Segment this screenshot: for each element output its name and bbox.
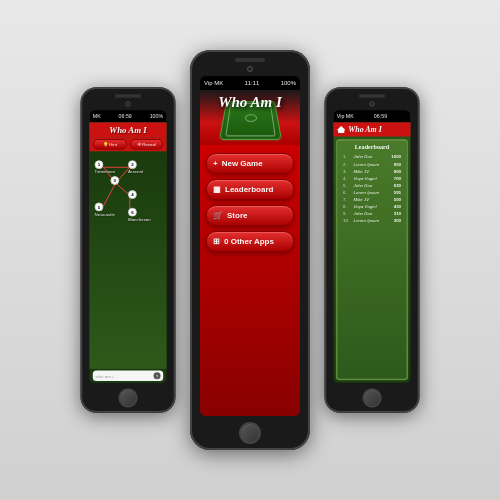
- status-bar-center: Vip MK 11:11 100%: [200, 76, 300, 90]
- status-battery-center: 100%: [281, 80, 296, 86]
- status-time-right: 06:59: [374, 114, 387, 119]
- main-menu-screen: Vip MK 11:11 100% Who Am I + New: [200, 76, 300, 416]
- player-4: 4: [128, 190, 137, 199]
- phone-speaker: [115, 94, 141, 98]
- phones-container: MK 06:59 100% Who Am I 💡 Hint 👁 R: [74, 50, 426, 450]
- other-apps-button[interactable]: ⊞ 0 Other Apps: [206, 231, 294, 252]
- phone-left: MK 06:59 100% Who Am I 💡 Hint 👁 R: [80, 87, 175, 413]
- board-heading: Leaderboard: [341, 144, 403, 151]
- phone-center: Vip MK 11:11 100% Who Am I + New: [190, 50, 310, 450]
- leaderboard-board: Leaderboard 1. John Doe 1000 2. Lorem Ip…: [336, 139, 408, 380]
- table-row: 2. Lorem Ipsum 950: [341, 160, 403, 167]
- status-time-center: 11:11: [244, 80, 259, 86]
- table-row: 5. John Doe 630: [341, 181, 403, 188]
- game-header: Who Am I: [89, 122, 166, 137]
- status-bar-left: MK 06:59 100%: [89, 110, 166, 122]
- game-title: Who Am I: [93, 125, 163, 135]
- player-2: 2 Arsenal: [128, 160, 143, 174]
- leaderboard-label: Leaderboard: [225, 185, 273, 194]
- status-carrier-center: Vip MK: [204, 80, 223, 86]
- apps-icon: ⊞: [213, 237, 220, 246]
- hint-button[interactable]: 💡 Hint: [93, 139, 127, 150]
- home-button-right[interactable]: [362, 388, 381, 407]
- phone-right: Vip MK 06:59 Who Am I Leaderboard 1. Joh…: [324, 87, 419, 413]
- status-carrier-right: Vip MK: [337, 114, 354, 119]
- game-buttons: 💡 Hint 👁 Reveal: [89, 137, 166, 151]
- app-logo-text: Who Am I: [218, 94, 282, 111]
- bar-chart-icon: ▦: [213, 185, 221, 194]
- table-row: 7. Mike JV 500: [341, 195, 403, 202]
- phone-camera: [125, 101, 130, 106]
- main-menu: + New Game ▦ Leaderboard 🛒 Store ⊞ 0 Oth…: [200, 145, 300, 416]
- screen-left: MK 06:59 100% Who Am I 💡 Hint 👁 R: [89, 110, 166, 383]
- search-bar[interactable]: who am i... ?: [93, 371, 163, 382]
- screen-right: Vip MK 06:59 Who Am I Leaderboard 1. Joh…: [333, 110, 410, 383]
- table-row: 10. Lorem Ipsum 300: [341, 217, 403, 224]
- field-center-circle: [244, 114, 256, 122]
- search-placeholder: who am i...: [95, 373, 116, 378]
- hint-label: Hint: [109, 142, 117, 147]
- home-button-center[interactable]: [239, 422, 261, 444]
- home-icon[interactable]: [337, 126, 346, 133]
- phone-speaker-right: [359, 94, 385, 98]
- home-button-left[interactable]: [118, 388, 137, 407]
- status-bar-right: Vip MK 06:59: [333, 110, 410, 122]
- other-apps-label: 0 Other Apps: [224, 237, 274, 246]
- leaderboard-button[interactable]: ▦ Leaderboard: [206, 179, 294, 200]
- screen-center: Vip MK 11:11 100% Who Am I + New: [200, 76, 300, 416]
- player-6: 6 Manchester: [128, 208, 151, 222]
- store-button[interactable]: 🛒 Store: [206, 205, 294, 226]
- connection-lines: [89, 151, 166, 368]
- phone-camera-right: [369, 101, 374, 106]
- table-row: 8. Voya Vogin! 430: [341, 202, 403, 209]
- player-3: 3: [110, 176, 119, 185]
- phone-camera-center: [247, 66, 253, 72]
- status-time: 06:59: [119, 114, 132, 119]
- plus-icon: +: [213, 159, 218, 168]
- help-icon: ?: [154, 372, 161, 379]
- game-screen: MK 06:59 100% Who Am I 💡 Hint 👁 R: [89, 110, 166, 383]
- table-row: 1. John Doe 1000: [341, 153, 403, 160]
- table-row: 6. Lorem Ipsum 595: [341, 188, 403, 195]
- phone-speaker-center: [235, 58, 265, 62]
- store-icon: 🛒: [213, 211, 223, 220]
- player-5: 5 Newcastle: [95, 202, 115, 216]
- reveal-button[interactable]: 👁 Reveal: [129, 139, 163, 150]
- leaderboard-header: Who Am I: [333, 122, 410, 136]
- game-field: 1 Tottenham 2 Arsenal 3 4 5: [89, 151, 166, 368]
- table-row: 9. John Doe 310: [341, 210, 403, 217]
- reveal-label: Reveal: [142, 142, 156, 147]
- status-battery: 100%: [150, 114, 164, 119]
- leaderboard-title: Who Am I: [348, 125, 382, 134]
- status-carrier: MK: [93, 114, 101, 119]
- new-game-button[interactable]: + New Game: [206, 153, 294, 174]
- leaderboard-screen: Vip MK 06:59 Who Am I Leaderboard 1. Joh…: [333, 110, 410, 383]
- table-row: 3. Mike JV 900: [341, 167, 403, 174]
- store-label: Store: [227, 211, 247, 220]
- table-row: 4. Voya Vogin! 700: [341, 174, 403, 181]
- new-game-label: New Game: [222, 159, 263, 168]
- player-1: 1 Tottenham: [95, 160, 116, 174]
- logo-area: Who Am I: [200, 90, 300, 145]
